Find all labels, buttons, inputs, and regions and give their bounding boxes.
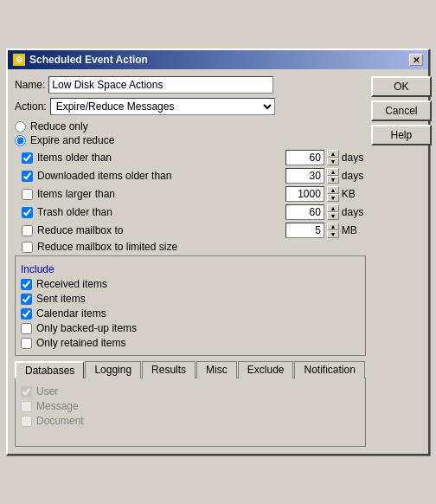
include-section: Include Received items Sent items Calend… bbox=[15, 255, 366, 356]
downloaded-older-input[interactable] bbox=[285, 168, 324, 184]
items-larger-label: Items larger than bbox=[37, 188, 285, 200]
reduce-limited-checkbox[interactable] bbox=[22, 242, 33, 253]
help-button[interactable]: Help bbox=[371, 125, 432, 145]
items-older-spin-buttons: ▲ ▼ bbox=[327, 150, 339, 165]
items-older-down[interactable]: ▼ bbox=[327, 158, 339, 165]
downloaded-older-unit: days bbox=[342, 170, 366, 182]
action-select[interactable]: Expire/Reduce Messages bbox=[50, 98, 275, 115]
name-input[interactable] bbox=[48, 76, 273, 94]
tab-notification[interactable]: Notification bbox=[294, 361, 364, 378]
tab-exclude[interactable]: Exclude bbox=[238, 361, 294, 378]
tab-databases[interactable]: Databases bbox=[15, 361, 84, 378]
retained-checkbox[interactable] bbox=[21, 338, 32, 349]
items-larger-input[interactable] bbox=[285, 186, 324, 202]
received-label: Received items bbox=[36, 278, 107, 290]
name-label: Name: bbox=[15, 79, 45, 91]
calendar-checkbox[interactable] bbox=[21, 308, 32, 320]
options-area: Items older than ▲ ▼ days Downloaded ite… bbox=[22, 150, 366, 253]
downloaded-older-checkbox[interactable] bbox=[22, 171, 33, 182]
trash-older-up[interactable]: ▲ bbox=[327, 204, 339, 212]
reduce-mailbox-unit: MB bbox=[342, 224, 366, 236]
trash-older-down[interactable]: ▼ bbox=[327, 212, 339, 220]
db-user-label: User bbox=[36, 385, 58, 397]
db-message-checkbox[interactable] bbox=[21, 401, 32, 412]
expire-reduce-radio[interactable] bbox=[15, 135, 26, 146]
items-older-row: Items older than ▲ ▼ days bbox=[22, 150, 366, 165]
calendar-row: Calendar items bbox=[21, 307, 360, 320]
items-older-unit: days bbox=[342, 152, 366, 164]
window-title: Scheduled Event Action bbox=[29, 54, 148, 66]
db-user-row: User bbox=[21, 385, 360, 397]
items-older-spinner-group: ▲ ▼ days bbox=[285, 150, 366, 165]
content-area: Name: Action: Expire/Reduce Messages Red… bbox=[8, 69, 428, 454]
reduce-mailbox-up[interactable]: ▲ bbox=[327, 223, 339, 230]
title-bar-left: ⚙ Scheduled Event Action bbox=[13, 54, 148, 66]
action-row: Action: Expire/Reduce Messages bbox=[15, 98, 366, 115]
items-older-input[interactable] bbox=[285, 150, 324, 165]
trash-older-checkbox[interactable] bbox=[22, 207, 33, 218]
reduce-limited-label: Reduce mailbox to limited size bbox=[37, 241, 177, 253]
reduce-mailbox-spinner-group: ▲ ▼ MB bbox=[285, 223, 366, 238]
main-window: ⚙ Scheduled Event Action ✕ Name: Action:… bbox=[6, 48, 430, 456]
close-button[interactable]: ✕ bbox=[409, 54, 423, 66]
items-older-checkbox[interactable] bbox=[22, 152, 33, 164]
tab-content-databases: User Message Document bbox=[15, 378, 366, 447]
db-document-checkbox[interactable] bbox=[21, 416, 32, 427]
reduce-mailbox-row: Reduce mailbox to ▲ ▼ MB bbox=[22, 223, 366, 238]
trash-older-spinner-group: ▲ ▼ days bbox=[285, 204, 366, 220]
expire-reduce-label: Expire and reduce bbox=[30, 134, 114, 146]
reduce-only-radio[interactable] bbox=[15, 121, 26, 132]
main-area: Name: Action: Expire/Reduce Messages Red… bbox=[15, 76, 366, 447]
reduce-mailbox-checkbox[interactable] bbox=[22, 225, 33, 236]
backed-up-row: Only backed-up items bbox=[21, 322, 360, 334]
retained-row: Only retained items bbox=[21, 337, 360, 349]
reduce-only-label: Reduce only bbox=[30, 120, 88, 132]
items-larger-checkbox[interactable] bbox=[22, 189, 33, 200]
db-message-row: Message bbox=[21, 400, 360, 412]
items-older-label: Items older than bbox=[37, 152, 285, 164]
window-icon: ⚙ bbox=[13, 54, 25, 66]
items-larger-spin-buttons: ▲ ▼ bbox=[327, 186, 339, 202]
sent-row: Sent items bbox=[21, 293, 360, 305]
items-older-up[interactable]: ▲ bbox=[327, 150, 339, 158]
reduce-mailbox-input[interactable] bbox=[285, 223, 324, 238]
sent-checkbox[interactable] bbox=[21, 294, 32, 305]
reduce-mailbox-spin-buttons: ▲ ▼ bbox=[327, 223, 339, 238]
reduce-mailbox-label: Reduce mailbox to bbox=[37, 224, 285, 236]
items-larger-row: Items larger than ▲ ▼ KB bbox=[22, 186, 366, 202]
received-checkbox[interactable] bbox=[21, 279, 32, 290]
tab-results[interactable]: Results bbox=[142, 361, 196, 378]
items-larger-unit: KB bbox=[342, 188, 366, 200]
backed-up-checkbox[interactable] bbox=[21, 323, 32, 334]
trash-older-input[interactable] bbox=[285, 204, 324, 220]
items-larger-down[interactable]: ▼ bbox=[327, 194, 339, 202]
downloaded-older-label: Downloaded items older than bbox=[37, 170, 285, 182]
trash-older-unit: days bbox=[342, 206, 366, 218]
db-document-label: Document bbox=[36, 415, 84, 427]
name-row: Name: bbox=[15, 76, 366, 94]
items-larger-up[interactable]: ▲ bbox=[327, 186, 339, 194]
downloaded-older-row: Downloaded items older than ▲ ▼ days bbox=[22, 168, 366, 184]
trash-older-row: Trash older than ▲ ▼ days bbox=[22, 204, 366, 220]
tab-misc[interactable]: Misc bbox=[196, 361, 237, 378]
reduce-mailbox-down[interactable]: ▼ bbox=[327, 230, 339, 238]
downloaded-older-up[interactable]: ▲ bbox=[327, 168, 339, 176]
trash-older-spin-buttons: ▲ ▼ bbox=[327, 204, 339, 220]
downloaded-older-spinner-group: ▲ ▼ days bbox=[285, 168, 366, 184]
cancel-button[interactable]: Cancel bbox=[371, 100, 432, 121]
radio-expire-row: Expire and reduce bbox=[15, 134, 366, 146]
db-user-checkbox[interactable] bbox=[21, 386, 32, 397]
tabs-area: Databases Logging Results Misc Exclude N… bbox=[15, 361, 366, 447]
retained-label: Only retained items bbox=[36, 337, 125, 349]
action-label: Action: bbox=[15, 100, 47, 113]
tab-logging[interactable]: Logging bbox=[85, 361, 141, 378]
title-bar: ⚙ Scheduled Event Action ✕ bbox=[8, 50, 428, 69]
reduce-limited-row: Reduce mailbox to limited size bbox=[22, 241, 366, 253]
calendar-label: Calendar items bbox=[36, 307, 106, 320]
db-document-row: Document bbox=[21, 415, 360, 427]
db-message-label: Message bbox=[36, 400, 79, 412]
downloaded-older-spin-buttons: ▲ ▼ bbox=[327, 168, 339, 184]
downloaded-older-down[interactable]: ▼ bbox=[327, 176, 339, 184]
items-larger-spinner-group: ▲ ▼ KB bbox=[285, 186, 366, 202]
ok-button[interactable]: OK bbox=[371, 76, 432, 97]
